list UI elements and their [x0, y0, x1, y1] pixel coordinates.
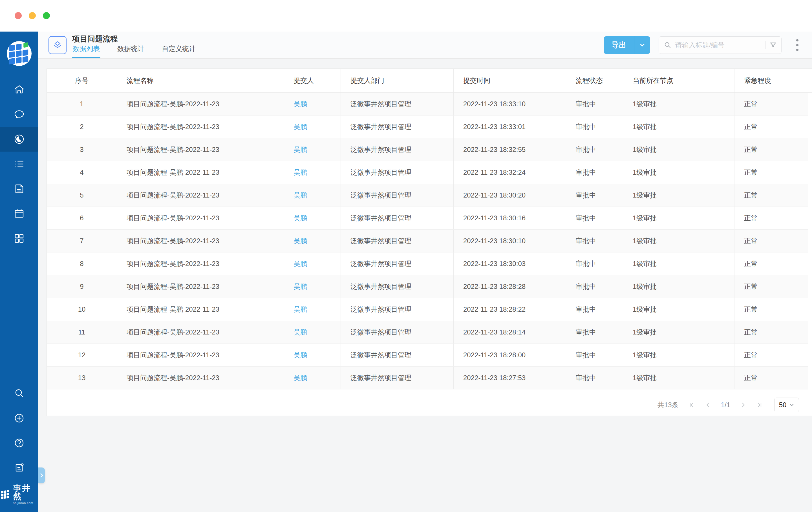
sidebar-item-apps[interactable] [0, 226, 38, 251]
workflow-icon [13, 133, 25, 145]
chevron-down-icon [789, 402, 794, 408]
table-row[interactable]: 13项目问题流程-吴鹏-2022-11-23吴鹏泛微事井然项目管理2022-11… [47, 367, 812, 389]
tabs: 数据列表数据统计自定义统计 [72, 43, 196, 58]
submitter-link[interactable]: 吴鹏 [284, 93, 341, 115]
submitter-link[interactable]: 吴鹏 [284, 321, 341, 343]
more-vertical-icon [796, 39, 799, 41]
table-cell: 1级审批 [623, 230, 734, 252]
close-window-button[interactable] [14, 12, 22, 19]
tab-0[interactable]: 数据列表 [72, 44, 100, 58]
table-cell: 审批中 [566, 230, 623, 252]
sidebar-item-search[interactable] [0, 381, 38, 406]
current-page: 1 [721, 401, 725, 409]
tab-2[interactable]: 自定义统计 [161, 44, 196, 58]
sidebar-item-home[interactable] [0, 77, 38, 102]
table-row[interactable]: 11项目问题流程-吴鹏-2022-11-23吴鹏泛微事井然项目管理2022-11… [47, 321, 812, 344]
table-row[interactable]: 12项目问题流程-吴鹏-2022-11-23吴鹏泛微事井然项目管理2022-11… [47, 344, 812, 367]
table-cell: 项目问题流程-吴鹏-2022-11-23 [117, 116, 284, 138]
search-input[interactable] [675, 41, 761, 49]
submitter-link[interactable]: 吴鹏 [284, 207, 341, 229]
table-row[interactable]: 10项目问题流程-吴鹏-2022-11-23吴鹏泛微事井然项目管理2022-11… [47, 298, 812, 321]
table-cell: 泛微事井然项目管理 [341, 116, 453, 138]
export-dropdown-button[interactable] [634, 42, 650, 48]
app-logo[interactable] [7, 41, 32, 66]
zoom-window-button[interactable] [43, 12, 50, 19]
horizontal-scrollbar-track[interactable] [47, 389, 812, 394]
first-page-button[interactable] [688, 401, 695, 408]
export-label: 导出 [604, 40, 634, 50]
table-row[interactable]: 2项目问题流程-吴鹏-2022-11-23吴鹏泛微事井然项目管理2022-11-… [47, 116, 812, 138]
tab-1[interactable]: 数据统计 [117, 44, 145, 58]
table-cell: 1级审批 [623, 93, 734, 115]
submitter-link[interactable]: 吴鹏 [284, 344, 341, 366]
sidebar-item-calendar[interactable] [0, 201, 38, 226]
table-cell: 3 [47, 138, 117, 161]
table-cell: 1级审批 [623, 252, 734, 275]
submitter-link[interactable]: 吴鹏 [284, 275, 341, 298]
table-cell: 1级审批 [623, 116, 734, 138]
next-page-button[interactable] [740, 401, 747, 408]
table-row[interactable]: 4项目问题流程-吴鹏-2022-11-23吴鹏泛微事井然项目管理2022-11-… [47, 161, 812, 184]
page-size-select[interactable]: 50 [774, 398, 799, 412]
submitter-link[interactable]: 吴鹏 [284, 367, 341, 389]
table-cell: 9 [47, 275, 117, 298]
submitter-link[interactable]: 吴鹏 [284, 230, 341, 252]
last-page-button[interactable] [756, 401, 763, 408]
table-cell: 审批中 [566, 321, 623, 343]
table-cell: 正常 [734, 321, 812, 343]
table-row[interactable]: 6项目问题流程-吴鹏-2022-11-23吴鹏泛微事井然项目管理2022-11-… [47, 207, 812, 230]
table-cell: 2022-11-23 18:30:20 [453, 184, 566, 207]
submitter-link[interactable]: 吴鹏 [284, 298, 341, 321]
brand-grid-icon [7, 41, 32, 66]
table-cell: 项目问题流程-吴鹏-2022-11-23 [117, 298, 284, 321]
sidebar-expand-handle[interactable] [38, 468, 45, 483]
table-cell: 1级审批 [623, 344, 734, 366]
table-cell: 泛微事井然项目管理 [341, 161, 453, 184]
filter-button[interactable] [770, 41, 777, 49]
table-row[interactable]: 9项目问题流程-吴鹏-2022-11-23吴鹏泛微事井然项目管理2022-11-… [47, 275, 812, 298]
table-row[interactable]: 7项目问题流程-吴鹏-2022-11-23吴鹏泛微事井然项目管理2022-11-… [47, 230, 812, 252]
table-row[interactable]: 3项目问题流程-吴鹏-2022-11-23吴鹏泛微事井然项目管理2022-11-… [47, 138, 812, 161]
table-cell: 正常 [734, 252, 812, 275]
table-row[interactable]: 5项目问题流程-吴鹏-2022-11-23吴鹏泛微事井然项目管理2022-11-… [47, 184, 812, 207]
table-cell: 2022-11-23 18:32:55 [453, 138, 566, 161]
export-button[interactable]: 导出 [604, 36, 650, 54]
table-cell: 项目问题流程-吴鹏-2022-11-23 [117, 252, 284, 275]
prev-page-button[interactable] [704, 401, 712, 408]
first-page-icon [688, 401, 695, 408]
header-cell: 流程名称 [117, 69, 284, 92]
table-cell: 2022-11-23 18:28:22 [453, 298, 566, 321]
header-actions: 导出 [604, 32, 800, 58]
submitter-link[interactable]: 吴鹏 [284, 138, 341, 161]
table-cell: 7 [47, 230, 117, 252]
minimize-window-button[interactable] [29, 12, 36, 19]
table-row[interactable]: 8项目问题流程-吴鹏-2022-11-23吴鹏泛微事井然项目管理2022-11-… [47, 252, 812, 275]
sidebar-item-feedback[interactable] [0, 455, 38, 480]
table-cell: 2022-11-23 18:30:10 [453, 230, 566, 252]
search-box [659, 36, 782, 54]
plus-circle-icon [13, 412, 25, 424]
table-cell: 泛微事井然项目管理 [341, 184, 453, 207]
table-cell: 2022-11-23 18:32:24 [453, 161, 566, 184]
sidebar-item-tasks[interactable] [0, 152, 38, 176]
table-cell: 2022-11-23 18:28:14 [453, 321, 566, 343]
sidebar-item-help[interactable] [0, 430, 38, 455]
submitter-link[interactable]: 吴鹏 [284, 184, 341, 207]
submitter-link[interactable]: 吴鹏 [284, 161, 341, 184]
more-menu-button[interactable] [794, 37, 800, 53]
submitter-link[interactable]: 吴鹏 [284, 252, 341, 275]
table-cell: 正常 [734, 344, 812, 366]
table-cell: 项目问题流程-吴鹏-2022-11-23 [117, 161, 284, 184]
table-row[interactable]: 1项目问题流程-吴鹏-2022-11-23吴鹏泛微事井然项目管理2022-11-… [47, 93, 812, 116]
table-cell: 正常 [734, 161, 812, 184]
filter-icon [770, 41, 777, 49]
table-cell: 1 [47, 93, 117, 115]
sidebar-item-messages[interactable] [0, 102, 38, 127]
table-cell: 项目问题流程-吴鹏-2022-11-23 [117, 93, 284, 115]
header-cell: 提交人部门 [341, 69, 453, 92]
sidebar-item-documents[interactable] [0, 176, 38, 201]
sidebar-item-workflow[interactable] [0, 127, 38, 152]
sidebar-item-create[interactable] [0, 406, 38, 430]
submitter-link[interactable]: 吴鹏 [284, 116, 341, 138]
document-icon [13, 183, 25, 195]
